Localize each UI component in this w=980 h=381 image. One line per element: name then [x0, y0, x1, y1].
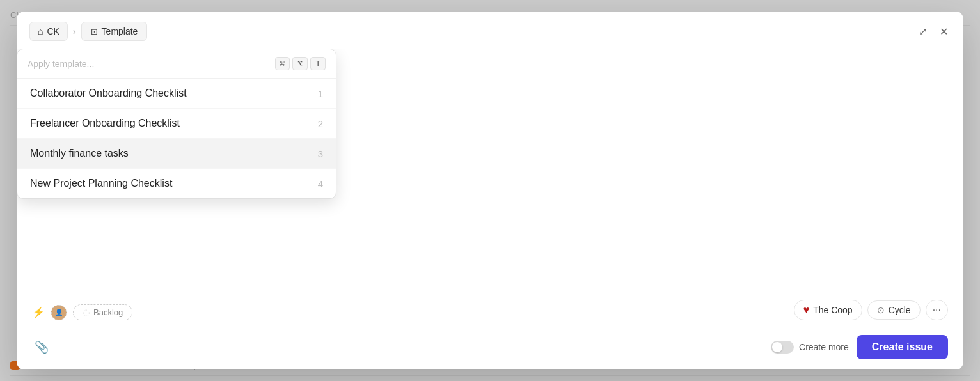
template-icon: ⊡	[91, 27, 98, 36]
template-item-4[interactable]: New Project Planning Checklist 4	[17, 169, 336, 198]
template-item-2-label: Freelancer Onboarding Checklist	[30, 118, 180, 129]
kbd-t: T	[310, 57, 326, 70]
template-item-3-label: Monthly finance tasks	[30, 148, 129, 159]
dropdown-search-row: Apply template... ⌘ ⌥ T	[17, 49, 336, 79]
close-button[interactable]: ✕	[937, 23, 951, 40]
modal-header-right: ⤢ ✕	[916, 23, 951, 40]
more-options-button[interactable]: ···	[926, 300, 948, 320]
the-coop-button[interactable]: ♥ The Coop	[794, 300, 862, 320]
template-item-3-number: 3	[318, 148, 323, 159]
template-item-1[interactable]: Collaborator Onboarding Checklist 1	[17, 79, 336, 109]
breadcrumb-separator: ›	[73, 26, 76, 36]
modal-header: ⌂ CK › ⊡ Template ⤢ ✕	[17, 12, 963, 49]
dropdown-search-placeholder: Apply template...	[28, 59, 94, 69]
attachment-button[interactable]: 📎	[32, 338, 51, 357]
more-dots-icon: ···	[933, 304, 941, 316]
lightning-icon: ⚡	[32, 306, 45, 318]
template-item-1-number: 1	[318, 88, 323, 99]
backlog-circle-icon: ◌	[83, 307, 90, 317]
right-tags: ♥ The Coop ⊙ Cycle ···	[794, 300, 948, 320]
backlog-tag[interactable]: ◌ Backlog	[73, 304, 132, 320]
template-item-4-number: 4	[318, 178, 323, 189]
template-item-3[interactable]: Monthly finance tasks 3	[17, 139, 336, 169]
expand-icon: ⤢	[919, 26, 927, 38]
heart-icon: ♥	[803, 304, 810, 316]
workspace-label: CK	[47, 26, 59, 36]
footer-right: Create more Create issue	[771, 335, 948, 359]
modal-overlay: ⌂ CK › ⊡ Template ⤢ ✕ Issue	[0, 0, 980, 381]
user-avatar: 👤	[51, 305, 67, 320]
inline-tags: ⚡ 👤 ◌ Backlog	[32, 304, 132, 320]
template-item-4-label: New Project Planning Checklist	[30, 178, 172, 189]
modal-footer: 📎 Create more Create issue	[17, 327, 963, 369]
expand-button[interactable]: ⤢	[916, 23, 929, 40]
toggle-switch[interactable]	[771, 341, 794, 354]
home-icon: ⌂	[38, 26, 43, 36]
template-item-2[interactable]: Freelancer Onboarding Checklist 2	[17, 109, 336, 139]
cycle-icon: ⊙	[877, 305, 885, 315]
keyboard-shortcuts: ⌘ ⌥ T	[275, 57, 326, 70]
the-coop-label: The Coop	[813, 305, 852, 315]
breadcrumb-workspace[interactable]: ⌂ CK	[29, 22, 68, 41]
template-label: Template	[102, 26, 138, 36]
create-issue-label: Create issue	[872, 341, 933, 352]
create-more-label: Create more	[799, 342, 849, 352]
attachment-icon: 📎	[35, 341, 49, 354]
template-item-1-label: Collaborator Onboarding Checklist	[30, 88, 187, 99]
breadcrumb-template[interactable]: ⊡ Template	[81, 22, 148, 41]
kbd-alt: ⌥	[292, 57, 308, 70]
template-dropdown: Apply template... ⌘ ⌥ T Collaborator Onb…	[17, 49, 336, 199]
cycle-button[interactable]: ⊙ Cycle	[867, 300, 921, 320]
backlog-label: Backlog	[93, 307, 123, 317]
create-issue-button[interactable]: Create issue	[857, 335, 948, 359]
kbd-cmd: ⌘	[275, 57, 290, 70]
close-icon: ✕	[940, 26, 948, 38]
modal: ⌂ CK › ⊡ Template ⤢ ✕ Issue	[17, 12, 963, 369]
template-item-2-number: 2	[318, 118, 323, 129]
create-more-toggle[interactable]: Create more	[771, 341, 849, 354]
cycle-label: Cycle	[889, 305, 911, 315]
modal-body: Issue ti Add desc Apply template... ⌘ ⌥ …	[17, 49, 963, 327]
footer-left: 📎	[32, 338, 51, 357]
modal-header-left: ⌂ CK › ⊡ Template	[29, 22, 147, 41]
